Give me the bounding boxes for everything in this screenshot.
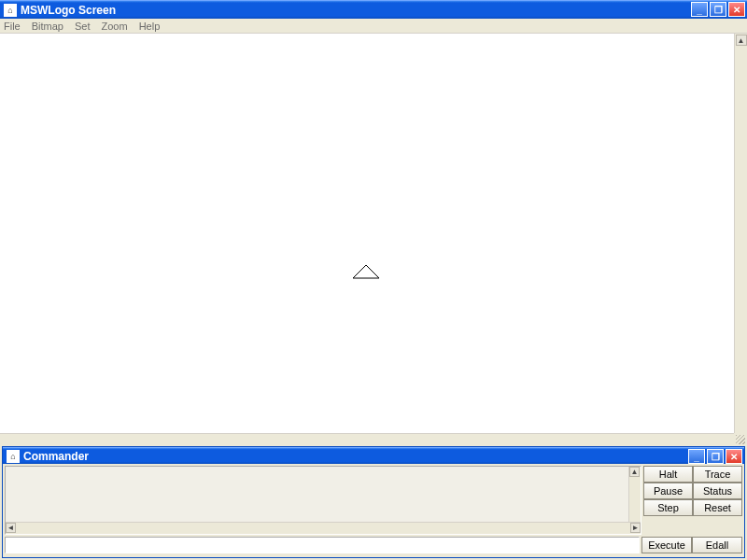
commander-title: Commander: [23, 450, 89, 463]
history-horizontal-scrollbar[interactable]: ◄ ►: [6, 522, 641, 534]
commander-window: ⌂ Commander _ ❐ ✕ ▲ ◄ ► Halt Trace Pause…: [2, 446, 745, 558]
svg-marker-0: [353, 265, 379, 278]
menu-bitmap[interactable]: Bitmap: [32, 21, 63, 32]
maximize-button[interactable]: ❐: [710, 2, 726, 17]
scroll-up-icon[interactable]: ▲: [736, 35, 747, 46]
main-titlebar: ⌂ MSWLogo Screen _ ❐ ✕: [0, 0, 747, 19]
main-window-controls: _ ❐ ✕: [691, 2, 745, 17]
commander-maximize-button[interactable]: ❐: [707, 449, 724, 464]
commander-body: ▲ ◄ ► Halt Trace Pause Status Step Reset: [3, 464, 744, 537]
menu-help[interactable]: Help: [139, 21, 161, 32]
command-input[interactable]: [5, 537, 640, 553]
canvas-area: ▲: [0, 34, 747, 446]
scroll-left-icon[interactable]: ◄: [6, 523, 16, 533]
pause-button[interactable]: Pause: [643, 483, 693, 499]
execute-button[interactable]: Execute: [641, 537, 692, 553]
trace-button[interactable]: Trace: [693, 466, 742, 483]
menu-file[interactable]: File: [4, 21, 21, 32]
menu-set[interactable]: Set: [75, 21, 91, 32]
vertical-scrollbar[interactable]: ▲: [734, 34, 747, 433]
scroll-right-icon[interactable]: ►: [630, 523, 641, 533]
close-button[interactable]: ✕: [728, 2, 745, 17]
app-icon: ⌂: [4, 4, 17, 17]
menu-zoom[interactable]: Zoom: [102, 21, 128, 32]
scroll-up-icon[interactable]: ▲: [629, 467, 640, 477]
commander-input-row: Execute Edall: [3, 537, 744, 555]
commander-titlebar: ⌂ Commander _ ❐ ✕: [3, 447, 744, 464]
commander-minimize-button[interactable]: _: [688, 449, 705, 464]
edall-button[interactable]: Edall: [692, 537, 742, 553]
commander-window-controls: _ ❐ ✕: [688, 449, 742, 464]
horizontal-scrollbar[interactable]: [0, 433, 734, 446]
history-vertical-scrollbar[interactable]: ▲: [628, 467, 641, 522]
command-history[interactable]: ▲ ◄ ►: [5, 466, 641, 535]
minimize-button[interactable]: _: [691, 2, 708, 17]
drawing-canvas[interactable]: [0, 34, 734, 433]
commander-app-icon: ⌂: [7, 450, 20, 463]
main-title: MSWLogo Screen: [21, 4, 116, 17]
commander-close-button[interactable]: ✕: [726, 449, 742, 464]
size-grip-icon[interactable]: [736, 435, 745, 444]
menubar: File Bitmap Set Zoom Help: [0, 19, 747, 34]
step-button[interactable]: Step: [643, 499, 693, 516]
halt-button[interactable]: Halt: [643, 466, 693, 483]
execute-edall-group: Execute Edall: [641, 537, 742, 553]
commander-button-grid: Halt Trace Pause Status Step Reset: [643, 464, 744, 537]
status-button[interactable]: Status: [693, 483, 742, 499]
reset-button[interactable]: Reset: [693, 499, 742, 516]
